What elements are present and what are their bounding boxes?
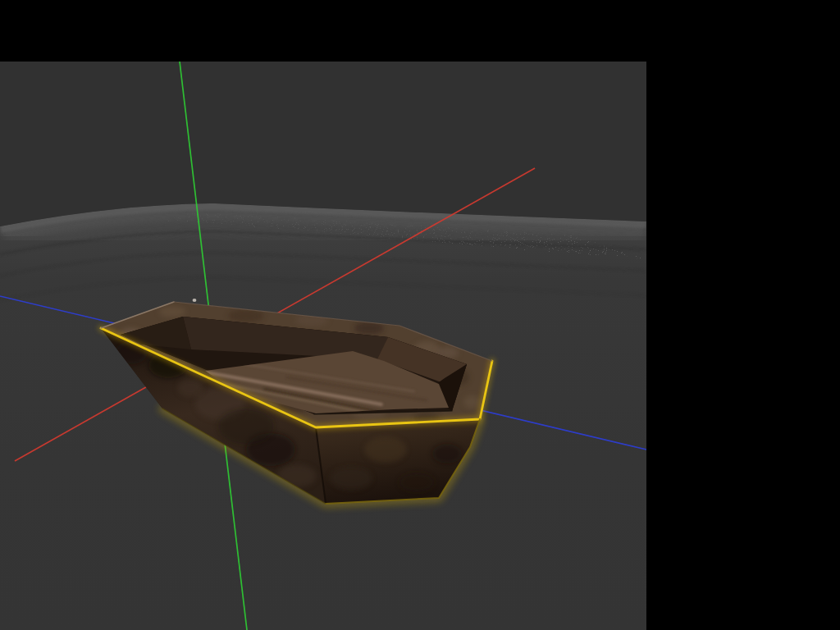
horizon-shimmer <box>0 203 646 300</box>
selected-model-coffin[interactable] <box>101 299 492 504</box>
app-window <box>0 0 840 630</box>
origin-specular-dot <box>193 299 197 302</box>
right-letterbox-panel <box>646 0 840 630</box>
